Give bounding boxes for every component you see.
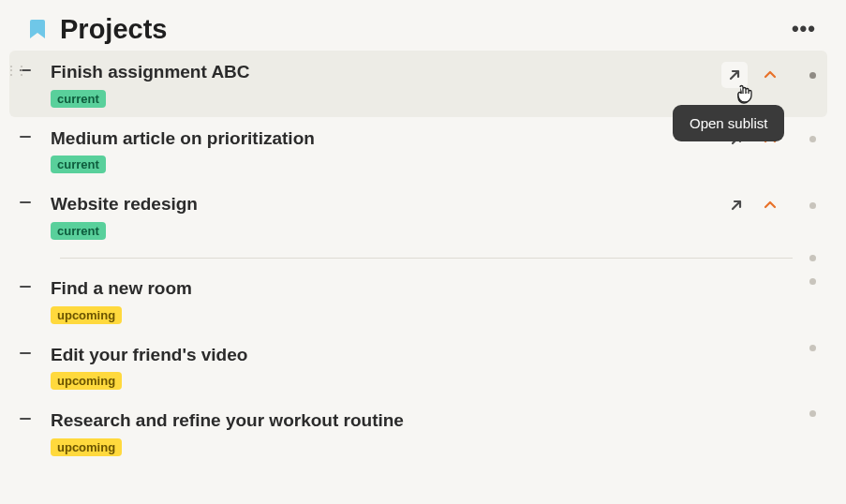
item-main: Edit your friend's videoupcoming <box>51 343 783 391</box>
divider-line <box>60 258 793 259</box>
bookmark-icon <box>28 18 47 40</box>
item-actions <box>793 410 816 417</box>
status-tag[interactable]: current <box>51 222 106 240</box>
status-tag[interactable]: upcoming <box>51 372 122 390</box>
project-list: ⋮⋮Finish assignment ABCcurrent⋮⋮Medium a… <box>0 51 846 466</box>
status-tag[interactable]: upcoming <box>51 438 122 456</box>
priority-up-icon[interactable] <box>759 128 781 151</box>
project-item[interactable]: ⋮⋮Website redesigncurrent <box>9 183 827 249</box>
page-header: Projects ••• <box>0 0 846 51</box>
item-title[interactable]: Website redesign <box>51 192 716 216</box>
item-actions <box>721 62 816 88</box>
item-actions <box>725 128 816 151</box>
page-title: Projects <box>60 14 784 45</box>
open-sublist-icon[interactable] <box>725 128 748 151</box>
item-main: Finish assignment ABCcurrent <box>51 60 712 108</box>
item-main: Medium article on prioritizationcurrent <box>51 126 716 174</box>
drag-handle-icon[interactable]: ⋮⋮ <box>6 64 26 77</box>
status-tag[interactable]: upcoming <box>51 306 122 324</box>
item-menu-dot[interactable] <box>809 255 816 261</box>
item-main: Website redesigncurrent <box>51 192 716 240</box>
collapse-toggle-icon[interactable] <box>19 196 37 209</box>
collapse-toggle-icon[interactable] <box>19 347 37 360</box>
priority-up-icon[interactable] <box>759 64 781 86</box>
open-sublist-icon[interactable] <box>725 194 748 216</box>
item-title[interactable]: Find a new room <box>51 276 783 301</box>
item-actions <box>725 194 816 216</box>
collapse-toggle-icon[interactable] <box>19 412 37 425</box>
collapse-toggle-icon[interactable] <box>19 280 37 293</box>
item-actions <box>793 345 816 351</box>
project-item[interactable]: ⋮⋮Medium article on prioritizationcurren… <box>9 117 827 184</box>
item-actions <box>793 278 816 285</box>
item-main: Find a new roomupcoming <box>51 276 783 324</box>
item-title[interactable]: Medium article on prioritization <box>51 126 716 151</box>
item-menu-dot[interactable] <box>809 136 816 142</box>
collapse-toggle-icon[interactable] <box>19 130 37 143</box>
priority-up-icon[interactable] <box>759 194 781 216</box>
item-title[interactable]: Research and refine your workout routine <box>51 408 783 433</box>
project-item[interactable]: ⋮⋮Edit your friend's videoupcoming <box>9 334 827 400</box>
item-menu-dot[interactable] <box>809 345 816 351</box>
more-menu-icon[interactable]: ••• <box>784 13 824 45</box>
item-title[interactable]: Edit your friend's video <box>51 343 783 367</box>
project-item[interactable]: ⋮⋮Find a new roomupcoming <box>9 267 827 334</box>
item-menu-dot[interactable] <box>809 202 816 209</box>
open-sublist-icon[interactable] <box>721 62 748 88</box>
item-menu-dot[interactable] <box>809 72 816 79</box>
project-item[interactable]: ⋮⋮Finish assignment ABCcurrent <box>9 51 827 117</box>
project-item[interactable]: ⋮⋮Research and refine your workout routi… <box>9 399 827 466</box>
item-menu-dot[interactable] <box>809 410 816 417</box>
status-tag[interactable]: current <box>51 90 106 108</box>
status-tag[interactable]: current <box>51 156 106 173</box>
item-menu-dot[interactable] <box>809 278 816 285</box>
item-main: Research and refine your workout routine… <box>51 408 783 456</box>
divider-row <box>9 249 827 267</box>
item-title[interactable]: Finish assignment ABC <box>51 60 712 84</box>
